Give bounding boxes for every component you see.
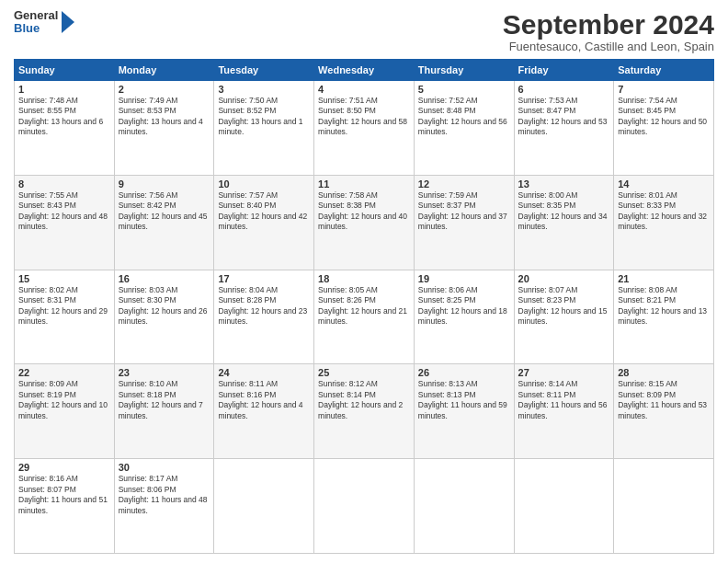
header-row: Sunday Monday Tuesday Wednesday Thursday… (15, 60, 714, 81)
table-row: 26 Sunrise: 8:13 AM Sunset: 8:13 PM Dayl… (414, 364, 514, 459)
day-number: 11 (318, 178, 410, 190)
col-wednesday: Wednesday (314, 60, 415, 81)
table-row (514, 459, 614, 554)
day-info: Sunrise: 7:53 AM Sunset: 8:47 PM Dayligh… (518, 96, 610, 138)
day-number: 19 (418, 273, 510, 284)
day-number: 4 (318, 84, 410, 95)
table-row: 2 Sunrise: 7:49 AM Sunset: 8:53 PM Dayli… (114, 81, 214, 176)
day-number: 17 (218, 273, 310, 284)
table-row: 21 Sunrise: 8:08 AM Sunset: 8:21 PM Dayl… (614, 270, 714, 364)
day-info: Sunrise: 8:00 AM Sunset: 8:35 PM Dayligh… (518, 190, 610, 233)
day-info: Sunrise: 7:58 AM Sunset: 8:38 PM Dayligh… (318, 190, 410, 233)
day-number: 15 (18, 273, 110, 284)
logo: General Blue (14, 9, 78, 36)
day-number: 16 (119, 273, 210, 284)
table-row: 10 Sunrise: 7:57 AM Sunset: 8:40 PM Dayl… (214, 175, 314, 270)
table-row: 30 Sunrise: 8:17 AM Sunset: 8:06 PM Dayl… (114, 459, 214, 554)
table-row: 24 Sunrise: 8:11 AM Sunset: 8:16 PM Dayl… (214, 364, 314, 459)
day-info: Sunrise: 8:09 AM Sunset: 8:19 PM Dayligh… (18, 379, 110, 421)
day-info: Sunrise: 7:51 AM Sunset: 8:50 PM Dayligh… (318, 96, 410, 138)
table-row: 3 Sunrise: 7:50 AM Sunset: 8:52 PM Dayli… (214, 81, 314, 176)
day-number: 21 (618, 273, 710, 284)
table-row (314, 459, 415, 554)
table-row (614, 459, 714, 554)
day-info: Sunrise: 8:16 AM Sunset: 8:07 PM Dayligh… (18, 474, 110, 516)
day-info: Sunrise: 7:49 AM Sunset: 8:53 PM Dayligh… (119, 96, 210, 138)
month-title: September 2024 (503, 9, 714, 40)
day-number: 22 (18, 367, 110, 378)
day-info: Sunrise: 8:07 AM Sunset: 8:23 PM Dayligh… (518, 285, 610, 327)
table-row: 29 Sunrise: 8:16 AM Sunset: 8:07 PM Dayl… (15, 459, 115, 554)
svg-marker-0 (62, 11, 74, 33)
day-number: 20 (518, 273, 610, 284)
day-info: Sunrise: 8:12 AM Sunset: 8:14 PM Dayligh… (318, 379, 410, 421)
table-row: 9 Sunrise: 7:56 AM Sunset: 8:42 PM Dayli… (114, 175, 214, 270)
day-number: 26 (418, 367, 510, 378)
day-info: Sunrise: 8:08 AM Sunset: 8:21 PM Dayligh… (618, 285, 710, 327)
table-row: 6 Sunrise: 7:53 AM Sunset: 8:47 PM Dayli… (514, 81, 614, 176)
day-number: 5 (418, 84, 510, 95)
col-monday: Monday (114, 60, 214, 81)
table-row: 14 Sunrise: 8:01 AM Sunset: 8:33 PM Dayl… (614, 175, 714, 270)
day-info: Sunrise: 7:55 AM Sunset: 8:43 PM Dayligh… (18, 190, 110, 233)
title-area: September 2024 Fuentesauco, Castille and… (503, 9, 714, 53)
day-info: Sunrise: 7:52 AM Sunset: 8:48 PM Dayligh… (418, 96, 510, 138)
col-friday: Friday (514, 60, 614, 81)
day-info: Sunrise: 8:10 AM Sunset: 8:18 PM Dayligh… (119, 379, 210, 421)
day-number: 27 (518, 367, 610, 378)
day-info: Sunrise: 7:48 AM Sunset: 8:55 PM Dayligh… (18, 96, 110, 138)
table-row: 1 Sunrise: 7:48 AM Sunset: 8:55 PM Dayli… (15, 81, 115, 176)
table-row: 18 Sunrise: 8:05 AM Sunset: 8:26 PM Dayl… (314, 270, 415, 364)
day-info: Sunrise: 7:56 AM Sunset: 8:42 PM Dayligh… (119, 190, 210, 233)
table-row: 28 Sunrise: 8:15 AM Sunset: 8:09 PM Dayl… (614, 364, 714, 459)
table-row (414, 459, 514, 554)
day-info: Sunrise: 8:14 AM Sunset: 8:11 PM Dayligh… (518, 379, 610, 421)
day-number: 8 (18, 178, 110, 190)
day-number: 6 (518, 84, 610, 95)
day-info: Sunrise: 7:50 AM Sunset: 8:52 PM Dayligh… (218, 96, 310, 138)
day-number: 23 (119, 367, 210, 378)
week-row-2: 8 Sunrise: 7:55 AM Sunset: 8:43 PM Dayli… (15, 175, 714, 270)
week-row-5: 29 Sunrise: 8:16 AM Sunset: 8:07 PM Dayl… (15, 459, 714, 554)
week-row-1: 1 Sunrise: 7:48 AM Sunset: 8:55 PM Dayli… (15, 81, 714, 176)
table-row: 16 Sunrise: 8:03 AM Sunset: 8:30 PM Dayl… (114, 270, 214, 364)
table-row: 4 Sunrise: 7:51 AM Sunset: 8:50 PM Dayli… (314, 81, 415, 176)
table-row: 17 Sunrise: 8:04 AM Sunset: 8:28 PM Dayl… (214, 270, 314, 364)
day-number: 14 (618, 178, 710, 190)
table-row (214, 459, 314, 554)
calendar: Sunday Monday Tuesday Wednesday Thursday… (14, 59, 714, 554)
day-info: Sunrise: 8:01 AM Sunset: 8:33 PM Dayligh… (618, 190, 710, 233)
week-row-4: 22 Sunrise: 8:09 AM Sunset: 8:19 PM Dayl… (15, 364, 714, 459)
day-info: Sunrise: 8:05 AM Sunset: 8:26 PM Dayligh… (318, 285, 410, 327)
day-info: Sunrise: 8:15 AM Sunset: 8:09 PM Dayligh… (618, 379, 710, 421)
col-thursday: Thursday (414, 60, 514, 81)
table-row: 7 Sunrise: 7:54 AM Sunset: 8:45 PM Dayli… (614, 81, 714, 176)
day-number: 24 (218, 367, 310, 378)
subtitle: Fuentesauco, Castille and Leon, Spain (503, 40, 714, 53)
day-number: 1 (18, 84, 110, 95)
day-info: Sunrise: 8:03 AM Sunset: 8:30 PM Dayligh… (119, 285, 210, 327)
logo-blue: Blue (14, 22, 58, 35)
day-number: 13 (518, 178, 610, 190)
table-row: 8 Sunrise: 7:55 AM Sunset: 8:43 PM Dayli… (15, 175, 115, 270)
day-number: 3 (218, 84, 310, 95)
table-row: 15 Sunrise: 8:02 AM Sunset: 8:31 PM Dayl… (15, 270, 115, 364)
day-number: 25 (318, 367, 410, 378)
day-info: Sunrise: 7:59 AM Sunset: 8:37 PM Dayligh… (418, 190, 510, 233)
table-row: 12 Sunrise: 7:59 AM Sunset: 8:37 PM Dayl… (414, 175, 514, 270)
day-number: 30 (119, 462, 210, 473)
day-info: Sunrise: 7:54 AM Sunset: 8:45 PM Dayligh… (618, 96, 710, 138)
col-sunday: Sunday (15, 60, 115, 81)
table-row: 25 Sunrise: 8:12 AM Sunset: 8:14 PM Dayl… (314, 364, 415, 459)
day-number: 7 (618, 84, 710, 95)
col-saturday: Saturday (614, 60, 714, 81)
day-number: 2 (119, 84, 210, 95)
day-info: Sunrise: 7:57 AM Sunset: 8:40 PM Dayligh… (218, 190, 310, 233)
table-row: 11 Sunrise: 7:58 AM Sunset: 8:38 PM Dayl… (314, 175, 415, 270)
day-number: 12 (418, 178, 510, 190)
day-info: Sunrise: 8:17 AM Sunset: 8:06 PM Dayligh… (119, 474, 210, 516)
logo-general: General (14, 9, 58, 22)
col-tuesday: Tuesday (214, 60, 314, 81)
day-info: Sunrise: 8:13 AM Sunset: 8:13 PM Dayligh… (418, 379, 510, 421)
table-row: 20 Sunrise: 8:07 AM Sunset: 8:23 PM Dayl… (514, 270, 614, 364)
